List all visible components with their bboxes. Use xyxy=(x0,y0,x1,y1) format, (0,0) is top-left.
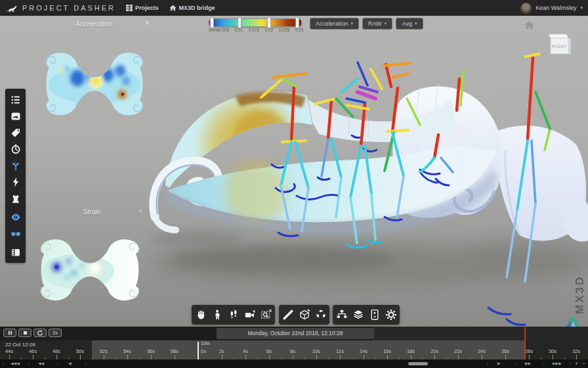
camera-button[interactable] xyxy=(244,309,256,321)
user-avatar xyxy=(520,3,532,14)
layers-button[interactable] xyxy=(352,309,364,321)
legend-tick-label: 0.015 xyxy=(249,28,259,32)
timeline-zoom-in-button[interactable]: + xyxy=(575,359,578,368)
timeline-zoom-out-button[interactable]: − xyxy=(582,359,585,368)
timeline-tick-label: 50s xyxy=(76,348,84,354)
layers-icon xyxy=(352,309,364,321)
rewind-speed-3x-icon[interactable]: ◀◀◀ xyxy=(10,359,20,368)
app-title: PROJECT DASHER xyxy=(22,4,116,12)
zoom-window-button[interactable] xyxy=(261,309,272,321)
panels-toolbar xyxy=(333,305,400,325)
timeline-tick-label: 18s xyxy=(407,348,415,354)
viewcube[interactable]: RIGHT xyxy=(549,33,571,57)
section-button[interactable] xyxy=(299,309,310,321)
timeline-tick-label: 6s xyxy=(266,348,272,354)
user-name: Kean Walmsley xyxy=(536,5,576,11)
forward-speed-2x-icon[interactable]: ▶▶ xyxy=(525,359,531,368)
timeline-ruler[interactable]: 22 Oct 12:09 10m 44s46s48s50s52s54s56s58… xyxy=(0,340,588,359)
model-structure-button[interactable] xyxy=(336,309,348,321)
minute-boundary-marker xyxy=(198,342,199,359)
legend-handle[interactable] xyxy=(295,17,299,28)
timeline-major-tick xyxy=(175,355,175,359)
sidebar-xray-button[interactable] xyxy=(7,225,24,241)
chevron-down-icon: ▾ xyxy=(580,5,583,11)
legend-tick-label: 0.03 xyxy=(295,28,304,32)
timeline-tick-label: 24s xyxy=(478,348,486,354)
strain-panel-close-icon[interactable]: × xyxy=(138,208,143,214)
timeline-major-tick xyxy=(364,355,364,359)
timeline-tick-label: 48s xyxy=(52,348,60,354)
sidebar-tags-button[interactable] xyxy=(7,124,24,141)
glasses-icon xyxy=(10,228,21,239)
project-dasher-app: PROJECT DASHER Projects MX3D bridge Kean… xyxy=(0,0,588,368)
user-menu[interactable]: Kean Walmsley ▾ xyxy=(520,3,583,14)
dasher-dog-logo-icon xyxy=(4,3,18,13)
timeline-tick-label: 12s xyxy=(336,348,344,354)
nav-current-model[interactable]: MX3D bridge xyxy=(169,5,215,11)
forward-speed-3x-icon[interactable]: ▶▶▶ xyxy=(553,359,562,368)
timer-icon xyxy=(10,144,21,154)
first-person-button[interactable] xyxy=(211,309,223,321)
forward-speed-1x-icon[interactable]: ▶ xyxy=(497,359,501,368)
legend-handle[interactable] xyxy=(238,17,242,28)
pause-button[interactable] xyxy=(3,329,16,337)
avg-dropdown[interactable]: Avg▾ xyxy=(396,18,423,30)
timeline-tick-label: 52s xyxy=(100,348,108,354)
loop-icon xyxy=(37,330,43,336)
timeline-major-tick xyxy=(434,355,435,359)
footsteps-icon xyxy=(228,309,240,321)
stop-button[interactable] xyxy=(18,329,32,337)
stop-icon xyxy=(22,330,28,336)
rewind-speed-2x-icon[interactable]: ◀◀ xyxy=(38,359,44,368)
timeline-major-tick xyxy=(127,355,128,359)
walk-button[interactable] xyxy=(228,309,240,321)
legend-tick-label: 0.025 xyxy=(279,28,289,32)
legend-handle[interactable] xyxy=(267,17,271,28)
timeline-major-tick xyxy=(293,355,293,359)
timeline-cursor[interactable] xyxy=(524,327,526,359)
acceleration-panel-title: Acceleration xyxy=(39,20,148,28)
speed-button[interactable]: 2x xyxy=(49,329,62,337)
sidebar-visibility-button[interactable] xyxy=(7,208,24,225)
scrubber-separator: | xyxy=(570,359,571,368)
sidebar-video-button[interactable] xyxy=(7,244,24,260)
timeline-major-tick xyxy=(482,355,482,359)
sidebar-visibility-group xyxy=(5,206,26,244)
person-icon xyxy=(211,309,223,321)
legend-handle[interactable] xyxy=(210,17,214,28)
pan-button[interactable] xyxy=(195,309,207,321)
raw-dropdown[interactable]: RAW▾ xyxy=(362,18,392,30)
sidebar-power-button[interactable] xyxy=(7,173,24,190)
viewcube-home-button[interactable] xyxy=(524,20,534,30)
sidebar-list-button[interactable] xyxy=(7,91,24,108)
scrubber-thumb[interactable] xyxy=(408,362,428,365)
legend-tick-labels: 0m/s²0.0050.010.0150.020.0250.03 xyxy=(209,28,311,34)
color-scale-legend[interactable] xyxy=(209,18,302,27)
settings-button[interactable] xyxy=(385,309,397,321)
sidebar-timer-button[interactable] xyxy=(7,141,24,157)
timeline-speed-scrubber[interactable]: ||||||||◀◀◀◀◀◀▶▶▶▶▶▶+− xyxy=(0,359,588,368)
nav-projects[interactable]: Projects xyxy=(126,5,159,11)
timeline-window-start: 22 Oct 12:09 xyxy=(5,342,35,348)
sidebar-structure-button[interactable] xyxy=(7,190,24,206)
properties-button[interactable] xyxy=(369,309,381,321)
acceleration-panel-close-icon[interactable]: × xyxy=(145,20,150,26)
measure-button[interactable] xyxy=(282,309,294,321)
lightning-bolt-icon xyxy=(10,177,21,187)
explode-button[interactable] xyxy=(315,309,327,321)
sidebar-sensors-button[interactable] xyxy=(7,157,24,173)
loop-button[interactable] xyxy=(33,329,47,337)
timeline-tick-label: 20s xyxy=(430,348,438,354)
video-camera-icon xyxy=(244,309,256,321)
timeline-tick-label: 0s xyxy=(201,348,206,354)
home-icon xyxy=(524,20,534,30)
sidebar-dashboard-button[interactable] xyxy=(7,108,24,124)
scrubber-separator: | xyxy=(85,359,87,368)
3d-viewport[interactable]: 0m/s²0.0050.010.0150.020.0250.03 Acceler… xyxy=(0,16,588,327)
mode-dropdown[interactable]: Acceleration▾ xyxy=(310,18,359,30)
timeline-major-tick xyxy=(387,355,388,359)
timeline-major-tick xyxy=(245,355,246,359)
rewind-speed-1x-icon[interactable]: ◀ xyxy=(68,359,72,368)
acceleration-heatmap xyxy=(37,50,152,121)
chevron-down-icon: ▾ xyxy=(385,21,387,26)
